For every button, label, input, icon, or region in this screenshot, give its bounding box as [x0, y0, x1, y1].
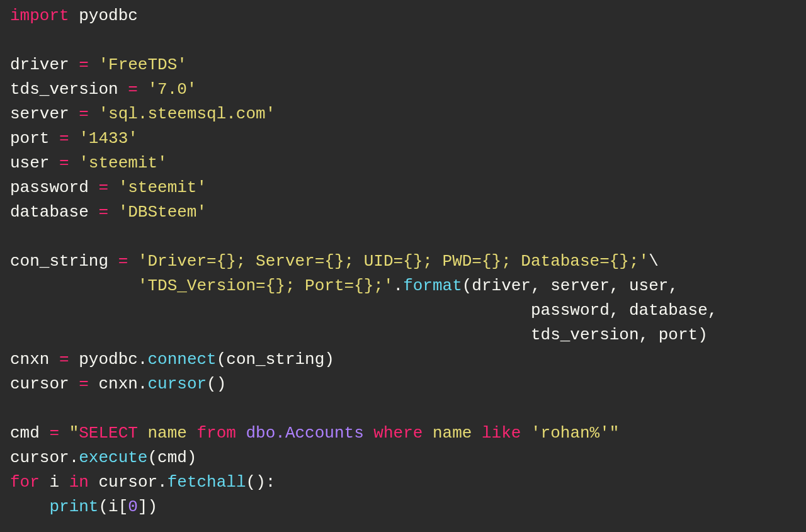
var-cursor: cursor — [10, 375, 69, 393]
sql-where: where — [373, 424, 423, 443]
str-server: 'sql.steemsql.com' — [98, 105, 275, 123]
index-close: ]) — [138, 497, 157, 516]
pyodbc-ref: pyodbc — [79, 350, 138, 369]
sql-name1: name — [138, 424, 197, 443]
sql-literal: 'rohan%' — [521, 424, 609, 443]
cursor-ref2: cursor — [98, 473, 157, 492]
assign-op: = — [69, 105, 99, 123]
str-user: 'steemit' — [79, 154, 167, 173]
str-password: 'steemit' — [118, 178, 207, 197]
assign-op: = — [69, 55, 99, 74]
str-database: 'DBSteem' — [118, 203, 207, 222]
method-fetchall: fetchall — [167, 473, 246, 492]
keyword-in: in — [69, 473, 89, 492]
str-port: '1433' — [79, 129, 138, 148]
assign-op: = — [49, 154, 79, 173]
dot: . — [138, 375, 148, 393]
args1: (driver, server, user, — [462, 276, 678, 295]
args: (con_string) — [217, 350, 334, 369]
method-connect: connect — [147, 350, 216, 369]
cnxn-ref: cnxn — [98, 375, 137, 393]
paren-colon: (): — [246, 473, 276, 492]
sql-like: like — [482, 424, 521, 443]
sql-table: dbo.Accounts — [236, 424, 373, 443]
dot: . — [157, 473, 167, 492]
args3: tds_version, port) — [531, 325, 708, 344]
line-continuation: \ — [649, 252, 659, 271]
var-cnxn: cnxn — [10, 350, 49, 369]
var-database: database — [10, 203, 89, 222]
keyword-import: import — [10, 6, 69, 25]
var-password: password — [10, 178, 89, 197]
assign-op: = — [108, 252, 138, 271]
assign-op: = — [89, 203, 118, 222]
dot: . — [394, 276, 404, 295]
index-open: (i[ — [98, 497, 128, 516]
var-cmd: cmd — [10, 424, 40, 443]
method-execute: execute — [79, 448, 147, 467]
assign-op: = — [49, 350, 79, 369]
str-driver: 'FreeTDS' — [98, 55, 186, 74]
var-server: server — [10, 105, 69, 123]
dot: . — [138, 350, 148, 369]
module-name: pyodbc — [79, 6, 138, 25]
var-con-string: con_string — [10, 252, 108, 271]
keyword-for: for — [10, 473, 40, 492]
method-format: format — [403, 276, 462, 295]
var-port: port — [10, 129, 49, 148]
method-cursor: cursor — [147, 375, 207, 393]
var-user: user — [10, 154, 49, 173]
sql-select: SELECT — [79, 424, 138, 443]
assign-op: = — [69, 375, 99, 393]
args2: password, database, — [531, 301, 717, 320]
str-tds: '7.0' — [147, 80, 196, 99]
paren: () — [207, 375, 226, 393]
assign-op: = — [89, 178, 118, 197]
quote-close: " — [610, 424, 620, 443]
quote-open: " — [69, 424, 79, 443]
var-tds: tds_version — [10, 80, 118, 99]
assign-op: = — [118, 80, 148, 99]
assign-op: = — [40, 424, 69, 443]
var-driver: driver — [10, 55, 69, 74]
str-con1: 'Driver={}; Server={}; UID={}; PWD={}; D… — [138, 252, 649, 271]
assign-op: = — [49, 129, 79, 148]
dot: . — [69, 448, 79, 467]
fn-print: print — [49, 497, 98, 516]
code-block: import pyodbc driver = 'FreeTDS' tds_ver… — [0, 0, 806, 523]
sql-from: from — [196, 424, 236, 443]
args: (cmd) — [147, 448, 196, 467]
str-con2: 'TDS_Version={}; Port={};' — [138, 276, 394, 295]
sql-name2: name — [423, 424, 482, 443]
num-zero: 0 — [128, 497, 138, 516]
loop-var: i — [49, 473, 59, 492]
cursor-ref: cursor — [10, 448, 69, 467]
